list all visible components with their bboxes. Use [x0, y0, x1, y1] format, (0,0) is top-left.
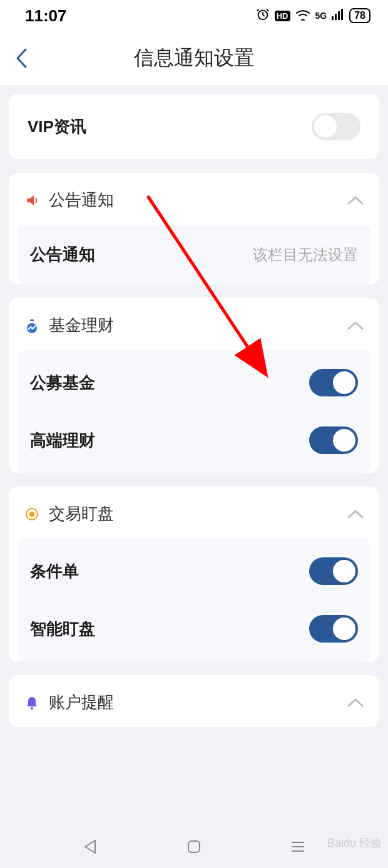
svg-line-3: [257, 9, 259, 11]
nav-back-icon[interactable]: [81, 838, 99, 858]
row-conditional-order: 条件单: [18, 539, 370, 604]
svg-rect-10: [30, 319, 34, 321]
section-title-trade: 交易盯盘: [49, 503, 114, 525]
content-area: VIP资讯 公告通知 公告通知 该栏目无法设置: [0, 85, 388, 736]
svg-point-13: [31, 707, 33, 710]
svg-marker-16: [85, 840, 95, 853]
toggle-premium-finance[interactable]: [309, 426, 358, 454]
battery-icon: 78: [349, 8, 370, 23]
row-notice: 公告通知 该栏目无法设置: [18, 225, 370, 284]
section-header-fund[interactable]: 基金理财: [9, 298, 379, 350]
note-notice: 该栏目无法设置: [253, 245, 358, 265]
svg-line-2: [263, 14, 265, 16]
card-notice: 公告通知 公告通知 该栏目无法设置: [9, 173, 379, 284]
svg-rect-6: [335, 14, 337, 20]
label-smart-monitor: 智能盯盘: [30, 618, 95, 640]
subcard-trade: 条件单 智能盯盘: [18, 539, 370, 661]
status-icons: HD 5G 78: [256, 8, 370, 24]
subcard-notice: 公告通知 该栏目无法设置: [18, 225, 370, 284]
page-title: 信息通知设置: [0, 44, 388, 72]
chevron-up-icon: [347, 321, 364, 331]
toggle-conditional-order[interactable]: [309, 557, 358, 585]
bell-icon: [24, 695, 40, 711]
signal-icon: [332, 9, 344, 23]
svg-rect-17: [188, 841, 200, 852]
chevron-up-icon: [347, 195, 364, 205]
section-title-account: 账户提醒: [49, 691, 114, 713]
nav-home-icon[interactable]: [186, 839, 202, 857]
card-fund: 基金理财 公募基金 高端理财: [9, 298, 379, 473]
status-time: 11:07: [25, 6, 67, 26]
target-icon: [24, 506, 40, 522]
nav-recent-icon[interactable]: [289, 840, 307, 856]
section-header-trade[interactable]: 交易盯盘: [9, 487, 379, 539]
svg-line-4: [267, 9, 268, 11]
alarm-icon: [256, 8, 270, 24]
watermark: Baidu 经验: [327, 835, 382, 850]
chart-icon: [24, 318, 40, 334]
subcard-fund: 公募基金 高端理财: [18, 350, 370, 473]
back-button[interactable]: [15, 48, 28, 69]
label-public-fund: 公募基金: [30, 372, 95, 394]
label-premium-finance: 高端理财: [30, 430, 95, 452]
row-premium-finance: 高端理财: [18, 415, 370, 473]
chevron-up-icon: [347, 698, 364, 708]
label-notice: 公告通知: [30, 244, 95, 266]
toggle-smart-monitor[interactable]: [309, 615, 358, 643]
network-label: 5G: [315, 11, 327, 21]
toggle-public-fund[interactable]: [309, 369, 358, 396]
row-smart-monitor: 智能盯盘: [18, 604, 370, 661]
speaker-icon: [24, 192, 40, 209]
toggle-vip[interactable]: [312, 113, 360, 140]
hd-icon: HD: [275, 11, 290, 21]
svg-rect-8: [341, 9, 343, 20]
page-header: 信息通知设置: [0, 31, 388, 85]
chevron-up-icon: [347, 509, 364, 519]
row-vip: VIP资讯: [9, 94, 379, 159]
card-vip: VIP资讯: [9, 94, 379, 159]
row-public-fund: 公募基金: [18, 350, 370, 415]
wifi-icon: [295, 8, 310, 24]
card-trade: 交易盯盘 条件单 智能盯盘: [9, 487, 379, 661]
card-account: 账户提醒: [9, 675, 379, 727]
svg-point-12: [29, 512, 34, 517]
section-header-notice[interactable]: 公告通知: [9, 173, 379, 225]
svg-rect-7: [338, 11, 340, 20]
label-vip: VIP资讯: [28, 116, 86, 138]
section-title-fund: 基金理财: [49, 314, 114, 336]
section-header-account[interactable]: 账户提醒: [9, 675, 379, 727]
status-bar: 11:07 HD 5G 78: [0, 0, 388, 31]
svg-rect-5: [332, 16, 334, 20]
section-title-notice: 公告通知: [49, 189, 114, 211]
label-conditional-order: 条件单: [30, 561, 79, 582]
